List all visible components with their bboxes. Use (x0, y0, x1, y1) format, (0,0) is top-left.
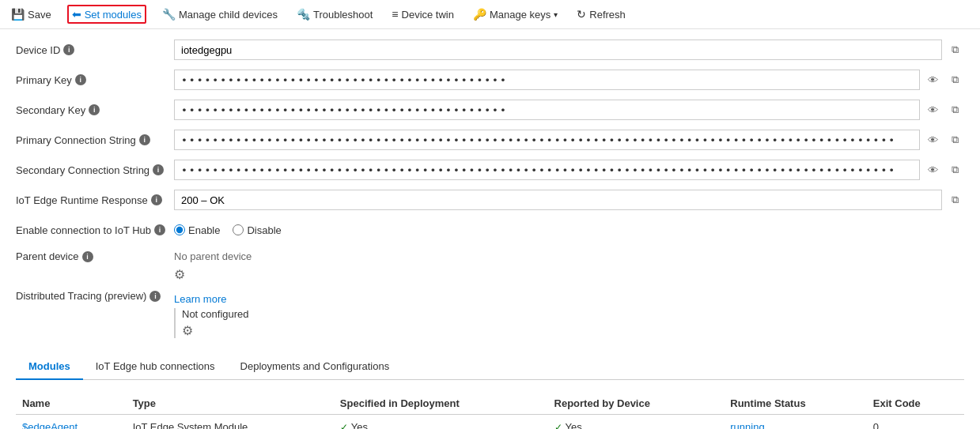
refresh-icon: ↻ (577, 8, 586, 21)
toolbar: 💾 Save ⬅ Set modules 🔧 Manage child devi… (0, 0, 980, 29)
secondary-key-field-container: 👁 ⧉ (174, 100, 964, 120)
table-row: $edgeAgent IoT Edge System Module ✓ Yes … (16, 415, 964, 430)
col-specified: Specified in Deployment (334, 393, 548, 415)
primary-key-copy-button[interactable]: ⧉ (945, 70, 964, 90)
primary-key-field-container: 👁 ⧉ (174, 70, 964, 90)
module-type: IoT Edge System Module (127, 415, 334, 430)
secondary-key-copy-button[interactable]: ⧉ (945, 100, 964, 120)
parent-device-info-icon[interactable]: i (82, 251, 93, 262)
col-exit-code: Exit Code (867, 393, 964, 415)
primary-conn-eye-button[interactable]: 👁 (923, 130, 942, 150)
enable-disable-radio-group: Enable Disable (174, 221, 282, 239)
manage-child-icon: 🔧 (162, 8, 176, 21)
gear-icon[interactable]: ⚙ (174, 268, 185, 281)
device-twin-button[interactable]: ≡ Device twin (388, 6, 457, 22)
device-id-input[interactable] (174, 40, 942, 60)
enable-conn-row: Enable connection to IoT Hub i Enable Di… (16, 219, 964, 241)
device-id-row: Device ID i ⧉ (16, 39, 964, 61)
iot-runtime-copy-button[interactable]: ⧉ (945, 190, 964, 210)
distributed-config-section: Not configured ⚙ (174, 308, 249, 338)
primary-conn-info-icon[interactable]: i (139, 134, 150, 145)
secondary-conn-label: Secondary Connection String i (16, 164, 174, 176)
primary-key-input[interactable] (174, 70, 920, 90)
secondary-key-eye-button[interactable]: 👁 (923, 100, 942, 120)
module-name-link[interactable]: $edgeAgent (22, 421, 78, 429)
parent-device-row: Parent device i No parent device ⚙ (16, 249, 964, 282)
main-content: Device ID i ⧉ Primary Key i 👁 ⧉ Secondar… (0, 29, 980, 429)
troubleshoot-icon: 🔩 (297, 8, 310, 21)
set-modules-icon: ⬅ (72, 8, 81, 21)
secondary-conn-row: Secondary Connection String i 👁 ⧉ (16, 159, 964, 181)
device-id-field-container: ⧉ (174, 40, 964, 60)
primary-key-eye-button[interactable]: 👁 (923, 70, 942, 90)
learn-more-link[interactable]: Learn more (174, 293, 226, 305)
primary-conn-input[interactable] (174, 130, 920, 150)
module-status[interactable]: running (724, 415, 867, 430)
disable-radio-label[interactable]: Disable (233, 224, 281, 236)
parent-device-section: No parent device ⚙ (174, 249, 252, 282)
manage-keys-button[interactable]: 🔑 Manage keys ▾ (470, 6, 561, 22)
enable-conn-info-icon[interactable]: i (154, 224, 165, 235)
col-reported: Reported by Device (548, 393, 725, 415)
secondary-conn-eye-button[interactable]: 👁 (923, 160, 942, 180)
module-exit-code: 0 (867, 415, 964, 430)
table-header-row: Name Type Specified in Deployment Report… (16, 393, 964, 415)
secondary-key-input[interactable] (174, 100, 920, 120)
refresh-button[interactable]: ↻ Refresh (573, 6, 629, 22)
enable-conn-label: Enable connection to IoT Hub i (16, 224, 174, 236)
save-button[interactable]: 💾 Save (8, 6, 55, 22)
parent-device-settings: ⚙ (174, 267, 252, 282)
iot-runtime-field-container: ⧉ (174, 190, 964, 210)
chevron-down-icon: ▾ (554, 10, 558, 19)
modules-table: Name Type Specified in Deployment Report… (16, 393, 964, 429)
device-id-copy-button[interactable]: ⧉ (945, 40, 964, 60)
distributed-gear-icon[interactable]: ⚙ (182, 324, 193, 337)
secondary-conn-input[interactable] (174, 160, 920, 180)
enable-radio-label[interactable]: Enable (174, 224, 220, 236)
set-modules-button[interactable]: ⬅ Set modules (67, 5, 146, 24)
iot-runtime-input[interactable] (174, 190, 942, 210)
iot-runtime-label: IoT Edge Runtime Response i (16, 194, 174, 206)
save-icon: 💾 (11, 8, 25, 21)
disable-radio[interactable] (233, 224, 244, 235)
distributed-info-icon[interactable]: i (149, 291, 161, 302)
secondary-conn-copy-button[interactable]: ⧉ (945, 160, 964, 180)
col-name: Name (16, 393, 127, 415)
primary-conn-field-container: 👁 ⧉ (174, 130, 964, 150)
manage-keys-icon: 🔑 (473, 8, 486, 21)
device-twin-icon: ≡ (392, 8, 398, 21)
iot-runtime-info-icon[interactable]: i (151, 194, 162, 205)
col-status: Runtime Status (724, 393, 867, 415)
tab-modules[interactable]: Modules (16, 354, 83, 380)
secondary-key-row: Secondary Key i 👁 ⧉ (16, 99, 964, 121)
module-specified: ✓ Yes (334, 415, 548, 430)
iot-runtime-row: IoT Edge Runtime Response i ⧉ (16, 189, 964, 211)
secondary-key-label: Secondary Key i (16, 104, 174, 116)
modules-table-section: Name Type Specified in Deployment Report… (16, 393, 964, 429)
no-parent-device-text: No parent device (174, 249, 252, 264)
primary-key-label: Primary Key i (16, 74, 174, 86)
primary-key-row: Primary Key i 👁 ⧉ (16, 69, 964, 91)
tab-iot-edge-hub[interactable]: IoT Edge hub connections (83, 354, 228, 380)
manage-child-devices-button[interactable]: 🔧 Manage child devices (159, 6, 281, 22)
not-configured-text: Not configured (182, 308, 249, 320)
distributed-tracing-label: Distributed Tracing (preview) i (16, 290, 174, 302)
tabs-container: Modules IoT Edge hub connections Deploym… (16, 354, 964, 380)
primary-conn-copy-button[interactable]: ⧉ (945, 130, 964, 150)
secondary-key-info-icon[interactable]: i (89, 104, 100, 115)
primary-key-info-icon[interactable]: i (75, 74, 86, 85)
troubleshoot-button[interactable]: 🔩 Troubleshoot (293, 6, 376, 22)
module-reported: ✓ Yes (548, 415, 725, 430)
distributed-tracing-row: Distributed Tracing (preview) i Learn mo… (16, 290, 964, 338)
enable-radio[interactable] (174, 224, 185, 235)
tab-deployments[interactable]: Deployments and Configurations (228, 354, 403, 380)
primary-conn-row: Primary Connection String i 👁 ⧉ (16, 129, 964, 151)
distributed-section: Learn more Not configured ⚙ (174, 293, 249, 338)
device-id-info-icon[interactable]: i (63, 44, 74, 55)
secondary-conn-info-icon[interactable]: i (153, 164, 164, 175)
secondary-conn-field-container: 👁 ⧉ (174, 160, 964, 180)
col-type: Type (127, 393, 334, 415)
device-id-label: Device ID i (16, 44, 174, 56)
parent-device-label: Parent device i (16, 249, 174, 262)
primary-conn-label: Primary Connection String i (16, 134, 174, 146)
